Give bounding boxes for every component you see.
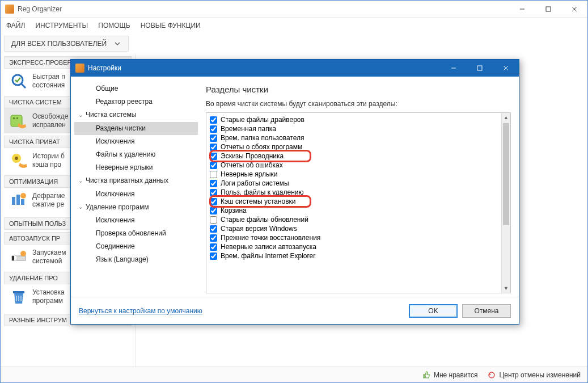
close-button[interactable] (561, 1, 587, 18)
dialog-close-button[interactable] (493, 60, 519, 77)
tree-node[interactable]: Исключения (74, 188, 198, 201)
check-row[interactable]: Временная папка (210, 124, 498, 133)
ok-button[interactable]: OK (409, 304, 458, 318)
check-input[interactable] (210, 116, 217, 124)
menu-bar: ФАЙЛ ИНСТРУМЕНТЫ ПОМОЩЬ НОВЫЕ ФУНКЦИИ (1, 18, 587, 33)
content-title: Разделы чистки (206, 85, 511, 94)
check-list[interactable]: Старые файлы драйверовВременная папкаВре… (206, 113, 501, 293)
tree-node[interactable]: Исключения (74, 214, 198, 227)
scrollbar[interactable]: ▲ ▼ (501, 113, 510, 293)
settings-content: Разделы чистки Во время чистки системы б… (201, 77, 519, 297)
check-row[interactable]: Отчеты о сбоях программ (210, 142, 498, 151)
svg-rect-12 (16, 195, 20, 205)
like-button[interactable]: Мне нравится (422, 371, 478, 379)
check-input[interactable] (210, 234, 217, 242)
check-input[interactable] (210, 252, 217, 260)
user-scope-label: ДЛЯ ВСЕХ ПОЛЬЗОВАТЕЛЕЙ (11, 40, 107, 48)
check-row[interactable]: Логи работы системы (210, 179, 498, 188)
tree-node-label: Файлы к удалению (96, 149, 155, 160)
dialog-minimize-button[interactable] (441, 60, 467, 77)
nav-item-icon (10, 112, 28, 130)
tree-node[interactable]: ⌄Чистка системы (74, 108, 198, 121)
check-row[interactable]: Врем. папка пользователя (210, 133, 498, 142)
app-title: Reg Organizer (18, 5, 62, 13)
check-label: Неверные записи автозапуска (221, 243, 316, 251)
tree-node[interactable]: Общие (74, 82, 198, 95)
tree-node-label: Чистка приватных данных (86, 175, 168, 186)
check-row[interactable]: Прежние точки восстановления (210, 233, 498, 242)
chevron-down-icon (113, 40, 121, 48)
reset-defaults-link[interactable]: Вернуться к настройкам по умолчанию (79, 307, 202, 315)
tree-expander-icon[interactable]: ⌄ (77, 203, 84, 212)
check-input[interactable] (210, 243, 217, 251)
tree-node[interactable]: Исключения (74, 135, 198, 148)
scroll-thumb[interactable] (503, 123, 509, 225)
check-label: Врем. папка пользователя (221, 134, 304, 142)
check-row[interactable]: Эскизы Проводника (210, 151, 498, 161)
check-input[interactable] (210, 144, 217, 151)
check-row[interactable]: Неверные ярлыки (210, 170, 498, 179)
tree-node[interactable]: Язык (Language) (74, 253, 198, 266)
check-row[interactable]: Отчеты об ошибках (210, 161, 498, 170)
check-list-container: Старые файлы драйверовВременная папкаВре… (206, 112, 511, 293)
check-row[interactable]: Неверные записи автозапуска (210, 242, 498, 251)
check-input[interactable] (210, 125, 217, 133)
check-row[interactable]: Старая версия Windows (210, 224, 498, 233)
svg-rect-7 (13, 117, 15, 119)
svg-rect-1 (546, 7, 551, 11)
cancel-button[interactable]: Отмена (462, 304, 511, 318)
check-label: Отчеты об ошибках (221, 161, 283, 169)
check-input[interactable] (210, 198, 217, 205)
check-label: Неверные ярлыки (221, 170, 278, 178)
svg-rect-16 (12, 256, 14, 260)
scroll-up-arrow[interactable]: ▲ (502, 113, 510, 122)
tree-node[interactable]: Разделы чистки (74, 122, 198, 135)
check-label: Логи работы системы (221, 179, 289, 187)
tree-node[interactable]: Файлы к удалению (74, 148, 198, 161)
nav-item-text: Истории бкэша про (32, 152, 65, 169)
dialog-maximize-button[interactable] (467, 60, 493, 77)
check-row[interactable]: Старые файлы драйверов (210, 115, 498, 124)
tree-node[interactable]: Проверка обновлений (74, 227, 198, 240)
tree-expander-icon[interactable]: ⌄ (77, 111, 84, 120)
dialog-footer: Вернуться к настройкам по умолчанию OK О… (71, 297, 519, 324)
check-input[interactable] (210, 207, 217, 214)
svg-point-14 (20, 193, 26, 199)
check-input[interactable] (210, 225, 217, 233)
tree-node[interactable]: ⌄Чистка приватных данных (74, 174, 198, 187)
check-row[interactable]: Корзина (210, 206, 498, 215)
check-row[interactable]: Врем. файлы Internet Explorer (210, 251, 498, 260)
check-label: Временная папка (221, 125, 276, 133)
like-label: Мне нравится (434, 371, 478, 379)
tree-node-label: Исключения (96, 215, 135, 226)
tree-node[interactable]: ⌄Удаление программ (74, 201, 198, 214)
check-input[interactable] (210, 171, 217, 178)
menu-tools[interactable]: ИНСТРУМЕНТЫ (35, 22, 88, 30)
check-row[interactable]: Польз. файлы к удалению (210, 188, 498, 197)
tree-node[interactable]: Редактор реестра (74, 95, 198, 108)
undo-center-button[interactable]: Центр отмены изменений (488, 371, 581, 379)
check-input[interactable] (210, 153, 217, 160)
tree-node[interactable]: Неверные ярлыки (74, 161, 198, 174)
check-row[interactable]: Кэш системы установки (210, 197, 498, 206)
scroll-down-arrow[interactable]: ▼ (502, 284, 510, 293)
menu-file[interactable]: ФАЙЛ (6, 22, 25, 30)
check-row[interactable]: Старые файлы обновлений (210, 215, 498, 224)
nav-item-text: Запускаемсистемой (32, 249, 66, 266)
tree-node[interactable]: Соединение (74, 240, 198, 253)
minimize-button[interactable] (509, 1, 535, 18)
check-input[interactable] (210, 180, 217, 187)
check-input[interactable] (210, 134, 217, 142)
tree-expander-icon[interactable]: ⌄ (77, 176, 84, 186)
menu-help[interactable]: ПОМОЩЬ (98, 22, 130, 30)
menu-new[interactable]: НОВЫЕ ФУНКЦИИ (141, 22, 201, 30)
check-input[interactable] (210, 162, 217, 169)
nav-item-text: Быстрая псостояния (32, 73, 65, 90)
maximize-button[interactable] (535, 1, 561, 18)
app-icon (5, 5, 14, 14)
svg-rect-13 (21, 199, 24, 205)
check-input[interactable] (210, 216, 217, 224)
check-input[interactable] (210, 189, 217, 196)
user-scope-selector[interactable]: ДЛЯ ВСЕХ ПОЛЬЗОВАТЕЛЕЙ (4, 36, 129, 52)
tree-node-label: Язык (Language) (96, 254, 149, 265)
